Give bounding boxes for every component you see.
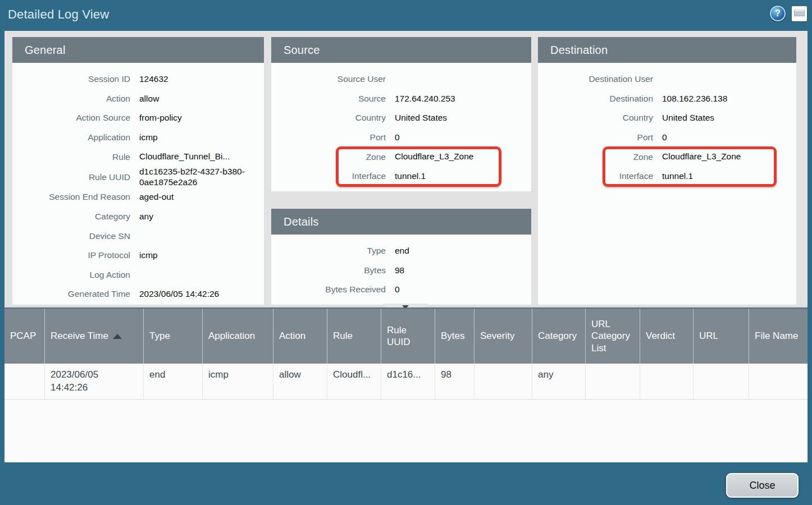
field-value: end [386, 246, 409, 256]
field-label: Bytes Received [271, 284, 386, 295]
destination-panel-body: Destination User Destination108.162.236.… [538, 63, 796, 186]
cell-url [694, 364, 749, 399]
details-panel: Details Typeend Bytes98 Bytes Received0 [271, 209, 531, 305]
column-header-label: URL [699, 330, 718, 342]
field-row: Port0 [538, 128, 796, 148]
column-header-category[interactable]: Category [532, 309, 586, 364]
field-value: icmp [130, 250, 257, 261]
field-value: d1c16235-b2f2-4327-b380-0ae1875e2a26 [130, 167, 257, 187]
log-table-row[interactable]: 2023/06/05 14:42:26 end icmp allow Cloud… [4, 364, 808, 400]
field-value: United States [653, 113, 714, 123]
general-panel-header: General [12, 37, 264, 63]
column-header-label: Bytes [441, 330, 465, 342]
field-label: Application [12, 132, 130, 143]
field-value: 108.162.236.138 [653, 94, 727, 104]
field-label: Session End Reason [12, 192, 130, 202]
field-row: Action Sourcefrom-policy [12, 108, 264, 128]
field-label: Rule UUID [12, 172, 130, 182]
field-value: 0 [386, 284, 400, 295]
column-header-rule-uuid[interactable]: Rule UUID [381, 309, 435, 364]
field-value: from-policy [130, 113, 257, 123]
field-value: Cloudflare_L3_Zone [386, 152, 473, 162]
column-header-label: Application [208, 330, 255, 342]
details-panel-body: Typeend Bytes98 Bytes Received0 [271, 235, 531, 300]
cell-file-name [749, 364, 808, 399]
field-row-source-interface: Interfacetunnel.1 [271, 167, 531, 186]
field-value: allow [130, 94, 257, 104]
field-row: Generated Time2023/06/05 14:42:26 [12, 284, 264, 304]
column-header-url[interactable]: URL [694, 309, 749, 364]
close-button[interactable]: Close [726, 473, 799, 498]
column-header-type[interactable]: Type [144, 309, 203, 364]
cell-rule: Cloudfl... [327, 364, 381, 399]
destination-panel: Destination Destination User Destination… [538, 37, 796, 305]
cell-severity [475, 364, 532, 399]
column-header-label: File Name [755, 330, 798, 342]
field-value: any [130, 212, 257, 222]
field-label: Action Source [12, 113, 130, 123]
field-label: Port [538, 132, 653, 143]
field-row: Rule UUIDd1c16235-b2f2-4327-b380-0ae1875… [12, 167, 264, 187]
cell-url-category-list [586, 364, 640, 399]
field-label: Bytes [271, 265, 386, 276]
column-header-label: PCAP [10, 330, 36, 342]
column-header-label: Action [279, 330, 305, 342]
field-value: Cloudflare_Tunnel_Bi... [130, 152, 257, 162]
field-value: 172.64.240.253 [386, 94, 455, 104]
general-panel: General Session ID124632 Actionallow Act… [12, 37, 264, 305]
column-header-label: Category [538, 330, 577, 342]
field-label: Interface [271, 171, 386, 181]
field-value: 98 [386, 265, 404, 276]
field-row-destination-zone: ZoneCloudflare_L3_Zone [538, 147, 796, 167]
column-header-label: Severity [480, 330, 514, 342]
column-header-verdict[interactable]: Verdict [640, 309, 694, 364]
help-icon[interactable]: ? [770, 6, 786, 21]
column-header-rule[interactable]: Rule [327, 309, 381, 364]
column-header-application[interactable]: Application [203, 309, 273, 364]
field-row: IP Protocolicmp [12, 246, 264, 265]
title-bar: Detailed Log View ? [0, 0, 812, 31]
field-value: 2023/06/05 14:42:26 [130, 289, 257, 300]
field-label: Destination [538, 94, 653, 104]
column-header-label: Type [149, 330, 170, 342]
field-row: Source172.64.240.253 [271, 89, 531, 109]
field-label: Port [271, 132, 386, 143]
column-header-receive-time[interactable]: Receive Time [45, 309, 144, 364]
field-label: Log Action [12, 270, 130, 280]
field-row: Source User [271, 70, 531, 89]
column-header-url-category-list[interactable]: URL Category List [586, 309, 640, 364]
field-label: Rule [12, 152, 130, 162]
field-label: Interface [538, 171, 653, 181]
field-row: Actionallow [12, 89, 264, 109]
field-row-source-zone: ZoneCloudflare_L3_Zone [271, 147, 531, 167]
field-row: Applicationicmp [12, 128, 264, 148]
field-row: Bytes Received0 [271, 280, 531, 300]
field-value: 124632 [130, 74, 257, 85]
field-value: icmp [130, 132, 257, 143]
column-header-action[interactable]: Action [273, 309, 327, 364]
cell-application: icmp [203, 364, 273, 399]
field-value: aged-out [130, 192, 257, 203]
field-label: Type [271, 246, 386, 256]
column-header-file-name[interactable]: File Name [749, 309, 808, 364]
column-header-severity[interactable]: Severity [475, 309, 532, 364]
field-label: Device SN [12, 231, 130, 241]
field-row-destination-interface: Interfacetunnel.1 [538, 167, 796, 186]
field-label: Zone [538, 152, 653, 162]
column-header-pcap[interactable]: PCAP [4, 309, 45, 364]
sort-ascending-icon [113, 334, 122, 339]
column-header-label: URL Category List [591, 318, 634, 354]
field-row: Device SN [12, 226, 264, 246]
general-panel-body: Session ID124632 Actionallow Action Sour… [12, 63, 264, 304]
source-panel-body: Source User Source172.64.240.253 Country… [271, 63, 531, 186]
cell-rule-uuid: d1c16... [381, 364, 435, 399]
cell-category: any [532, 364, 586, 399]
destination-panel-header: Destination [538, 37, 796, 63]
field-label: Source User [271, 74, 386, 84]
field-row: Destination User [538, 70, 796, 89]
source-panel-header: Source [271, 37, 531, 63]
column-header-bytes[interactable]: Bytes [435, 309, 475, 364]
maximize-window-icon[interactable] [792, 6, 807, 21]
field-row: Bytes98 [271, 261, 531, 281]
log-table: PCAP Receive Time Type Application Actio… [4, 307, 808, 462]
